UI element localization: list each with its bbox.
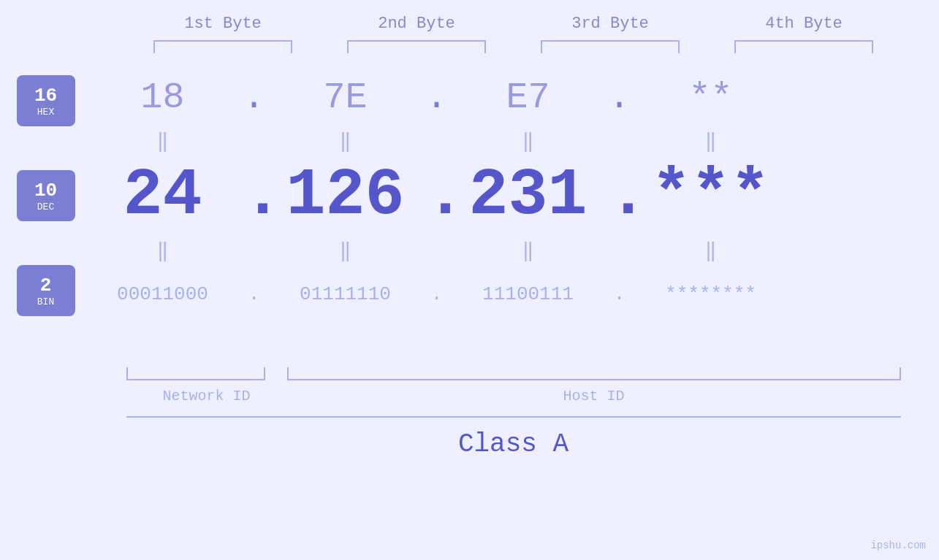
bin-name: BIN (37, 296, 54, 307)
main-container: 1st Byte 2nd Byte 3rd Byte 4th Byte 16 H… (0, 0, 939, 560)
hex-byte4: ** (631, 77, 791, 118)
hex-num: 16 (34, 85, 57, 107)
dot-bin-2: . (426, 283, 448, 305)
main-grid: 16 HEX 10 DEC 2 BIN 18 . 7E . E7 . ** (17, 68, 923, 360)
eq-dot-3 (609, 134, 631, 147)
bin-byte4: ******** (631, 283, 791, 305)
eq2-b1: ‖ (83, 239, 243, 262)
byte3-header: 3rd Byte (530, 15, 691, 33)
equals-row-2: ‖ ‖ ‖ ‖ (83, 236, 923, 265)
dot-dec-2: . (426, 158, 448, 233)
bin-num: 2 (40, 275, 52, 296)
byte4-header: 4th Byte (723, 15, 884, 33)
values-area: 18 . 7E . E7 . ** ‖ ‖ ‖ ‖ 24 . (83, 68, 923, 323)
id-labels-row: Network ID Host ID (126, 388, 901, 404)
dec-row: 24 . 126 . 231 . *** (83, 156, 923, 236)
bracket-host (287, 367, 901, 380)
eq1-b2: ‖ (265, 129, 426, 153)
hex-byte3: E7 (448, 77, 609, 118)
host-id-label: Host ID (287, 388, 901, 404)
class-section: Class A (126, 416, 901, 459)
byte1-header: 1st Byte (142, 15, 303, 33)
bracket-top-4 (734, 40, 873, 53)
dot-hex-3: . (609, 77, 631, 118)
eq1-b1: ‖ (83, 129, 243, 153)
eq1-b3: ‖ (448, 129, 609, 153)
dec-badge: 10 DEC (17, 170, 75, 221)
hex-row: 18 . 7E . E7 . ** (83, 68, 923, 126)
dot-hex-2: . (426, 77, 448, 118)
dec-name: DEC (37, 202, 54, 212)
bin-byte2: 01111110 (265, 283, 426, 305)
eq1-b4: ‖ (631, 129, 791, 153)
hex-badge: 16 HEX (17, 75, 75, 126)
dec-byte4: *** (631, 158, 791, 233)
bottom-brackets-row (126, 367, 901, 382)
eq2-b3: ‖ (448, 239, 609, 262)
eq2-b2: ‖ (265, 239, 426, 262)
eq2-dot-1 (243, 244, 265, 257)
eq2-b4: ‖ (631, 239, 791, 262)
dot-hex-1: . (243, 77, 265, 118)
eq-dot-2 (426, 134, 448, 147)
bin-row: 00011000 . 01111110 . 11100111 . *******… (83, 265, 923, 323)
hex-name: HEX (37, 107, 54, 118)
dec-byte1: 24 (83, 158, 243, 233)
base-labels-column: 16 HEX 10 DEC 2 BIN (17, 75, 75, 360)
dot-dec-3: . (609, 158, 631, 233)
bracket-network (126, 367, 265, 380)
network-id-label: Network ID (126, 388, 287, 404)
byte2-header: 2nd Byte (336, 15, 497, 33)
dec-num: 10 (34, 180, 57, 202)
bottom-section: Network ID Host ID (126, 367, 901, 404)
class-label: Class A (126, 429, 901, 459)
bracket-top-3 (541, 40, 680, 53)
hex-byte1: 18 (83, 77, 243, 118)
bracket-top-2 (347, 40, 486, 53)
class-line (126, 416, 901, 418)
eq2-dot-2 (426, 244, 448, 257)
eq-dot-1 (243, 134, 265, 147)
equals-row-1: ‖ ‖ ‖ ‖ (83, 126, 923, 156)
dot-dec-1: . (243, 158, 265, 233)
bin-badge: 2 BIN (17, 265, 75, 316)
top-brackets (126, 40, 901, 53)
bracket-top-1 (153, 40, 292, 53)
dot-bin-3: . (609, 283, 631, 305)
watermark: ipshu.com (870, 540, 926, 551)
hex-byte2: 7E (265, 77, 426, 118)
byte-headers-row: 1st Byte 2nd Byte 3rd Byte 4th Byte (126, 15, 901, 33)
bin-byte3: 11100111 (448, 283, 609, 305)
dot-bin-1: . (243, 283, 265, 305)
eq2-dot-3 (609, 244, 631, 257)
dec-byte3: 231 (448, 158, 609, 233)
bin-byte1: 00011000 (83, 283, 243, 305)
dec-byte2: 126 (265, 158, 426, 233)
